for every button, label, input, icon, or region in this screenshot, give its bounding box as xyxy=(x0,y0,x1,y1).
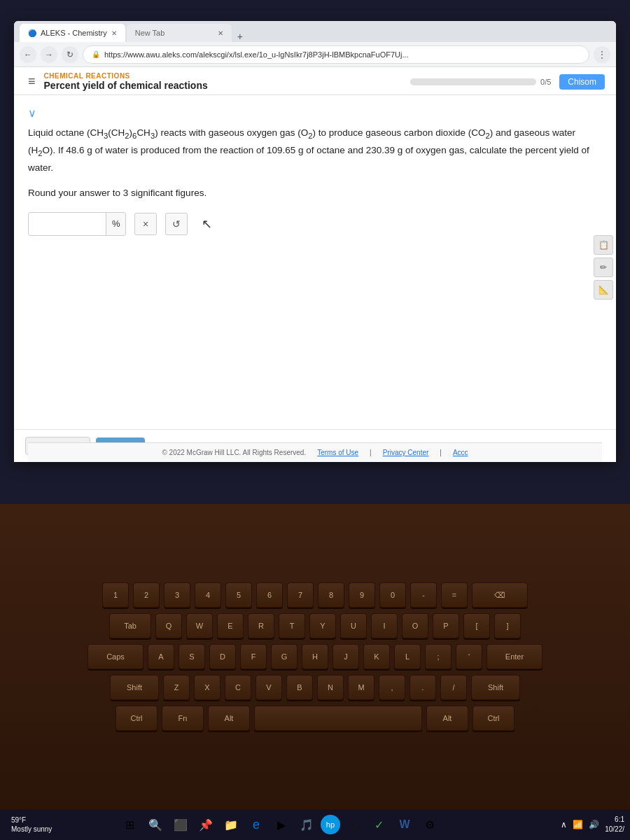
task-view-button[interactable]: ⬛ xyxy=(169,813,192,836)
address-bar[interactable]: 🔒 https://www.awu.aleks.com/alekscgi/x/l… xyxy=(83,46,589,64)
forward-button[interactable]: → xyxy=(41,46,57,63)
side-icons-panel: 📋 ✏ 📐 xyxy=(594,235,613,300)
music-button[interactable]: 🎵 xyxy=(295,813,318,836)
key-9[interactable]: 9 xyxy=(349,582,375,608)
key-equals[interactable]: = xyxy=(441,582,468,608)
key-shift-l[interactable]: Shift xyxy=(110,675,159,700)
undo-button[interactable]: ↺ xyxy=(165,213,188,235)
clear-button[interactable]: × xyxy=(134,213,157,235)
key-t[interactable]: T xyxy=(279,613,305,638)
key-c[interactable]: C xyxy=(225,675,251,700)
key-slash[interactable]: / xyxy=(440,675,467,700)
formula-octane: (CH3(CH2)6CH3) xyxy=(87,127,158,138)
key-ctrl-l[interactable]: Ctrl xyxy=(115,706,158,731)
key-n[interactable]: N xyxy=(317,675,344,700)
check-button-taskbar[interactable]: ✓ xyxy=(368,813,391,836)
key-j[interactable]: J xyxy=(332,644,359,669)
key-quote[interactable]: ' xyxy=(456,644,482,669)
volume-icon[interactable]: 🔊 xyxy=(589,820,599,830)
chevron-down-icon[interactable]: ∨ xyxy=(28,106,36,120)
key-8[interactable]: 8 xyxy=(318,582,344,608)
back-button[interactable]: ← xyxy=(20,46,36,63)
key-l[interactable]: L xyxy=(394,644,421,669)
hp-button[interactable]: hp xyxy=(321,815,340,834)
key-2[interactable]: 2 xyxy=(133,582,160,608)
key-v[interactable]: V xyxy=(255,675,282,700)
accessibility-link[interactable]: Accc xyxy=(453,449,468,456)
key-period[interactable]: . xyxy=(410,675,436,700)
key-g[interactable]: G xyxy=(271,644,298,669)
key-z[interactable]: Z xyxy=(163,675,190,700)
key-o[interactable]: O xyxy=(402,613,428,638)
word-button[interactable]: W xyxy=(393,813,416,836)
key-0[interactable]: 0 xyxy=(379,582,406,608)
key-7[interactable]: 7 xyxy=(287,582,314,608)
key-d[interactable]: D xyxy=(209,644,236,669)
inactive-tab[interactable]: New Tab ✕ xyxy=(127,24,232,42)
pinned-app-1[interactable]: 📌 xyxy=(195,813,217,836)
key-b[interactable]: B xyxy=(286,675,313,700)
key-ctrl-r[interactable]: Ctrl xyxy=(472,706,514,731)
side-icon-3[interactable]: 📐 xyxy=(594,280,613,300)
key-r[interactable]: R xyxy=(248,613,274,638)
edge-button[interactable]: e xyxy=(245,813,267,836)
key-x[interactable]: X xyxy=(194,675,220,700)
key-i[interactable]: I xyxy=(371,613,398,638)
media-button[interactable]: ▶ xyxy=(270,813,293,836)
hamburger-menu[interactable]: ≡ xyxy=(25,71,38,92)
key-shift-r[interactable]: Shift xyxy=(471,675,520,700)
key-q[interactable]: Q xyxy=(155,613,182,638)
side-icon-2[interactable]: ✏ xyxy=(594,258,613,277)
instruction-text: Round your answer to 3 significant figur… xyxy=(28,188,602,198)
circle-icon: ○ xyxy=(351,818,358,832)
key-4[interactable]: 4 xyxy=(195,582,221,608)
new-tab-btn[interactable]: + xyxy=(237,31,243,42)
file-explorer-button[interactable]: 📁 xyxy=(220,813,242,836)
gear-button[interactable]: ⚙ xyxy=(419,813,441,836)
key-k[interactable]: K xyxy=(363,644,390,669)
key-3[interactable]: 3 xyxy=(164,582,190,608)
active-tab[interactable]: 🔵 ALEKS - Chemistry ✕ xyxy=(20,24,125,42)
answer-input[interactable] xyxy=(29,213,106,235)
key-f[interactable]: F xyxy=(240,644,267,669)
key-comma[interactable]: , xyxy=(379,675,405,700)
key-caps[interactable]: Caps xyxy=(88,644,144,669)
tab-close-btn[interactable]: ✕ xyxy=(111,29,117,37)
percent-label: % xyxy=(106,213,126,235)
system-tray-expand[interactable]: ∧ xyxy=(561,820,567,830)
inactive-tab-close-btn[interactable]: ✕ xyxy=(218,29,223,37)
search-button[interactable]: 🔍 xyxy=(144,813,167,836)
key-alt-r[interactable]: Alt xyxy=(426,706,468,731)
key-p[interactable]: P xyxy=(433,613,459,638)
header-right: 0/5 Chisom xyxy=(410,74,605,90)
side-icon-1[interactable]: 📋 xyxy=(594,235,613,255)
start-button[interactable]: ⊞ xyxy=(119,813,141,836)
key-m[interactable]: M xyxy=(348,675,374,700)
key-y[interactable]: Y xyxy=(309,613,336,638)
extensions-button[interactable]: ⋮ xyxy=(594,46,610,63)
key-u[interactable]: U xyxy=(340,613,367,638)
key-fn[interactable]: Fn xyxy=(162,706,204,731)
key-alt-l[interactable]: Alt xyxy=(208,706,250,731)
key-enter[interactable]: Enter xyxy=(486,644,542,669)
key-bracketr[interactable]: ] xyxy=(494,613,521,638)
key-semicolon[interactable]: ; xyxy=(425,644,451,669)
key-1[interactable]: 1 xyxy=(102,582,129,608)
key-tab[interactable]: Tab xyxy=(109,613,151,638)
key-bracketl[interactable]: [ xyxy=(463,613,490,638)
key-e[interactable]: E xyxy=(217,613,244,638)
key-a[interactable]: A xyxy=(148,644,174,669)
key-backspace[interactable]: ⌫ xyxy=(472,582,528,608)
circle-button[interactable]: ○ xyxy=(343,813,365,836)
key-minus[interactable]: - xyxy=(410,582,437,608)
privacy-link[interactable]: Privacy Center xyxy=(383,449,429,456)
user-button[interactable]: Chisom xyxy=(559,74,605,90)
key-space[interactable] xyxy=(254,706,422,731)
key-s[interactable]: S xyxy=(178,644,205,669)
key-5[interactable]: 5 xyxy=(225,582,252,608)
key-6[interactable]: 6 xyxy=(256,582,283,608)
key-h[interactable]: H xyxy=(302,644,328,669)
refresh-button[interactable]: ↻ xyxy=(62,46,78,63)
key-w[interactable]: W xyxy=(186,613,213,638)
terms-link[interactable]: Terms of Use xyxy=(317,449,358,456)
